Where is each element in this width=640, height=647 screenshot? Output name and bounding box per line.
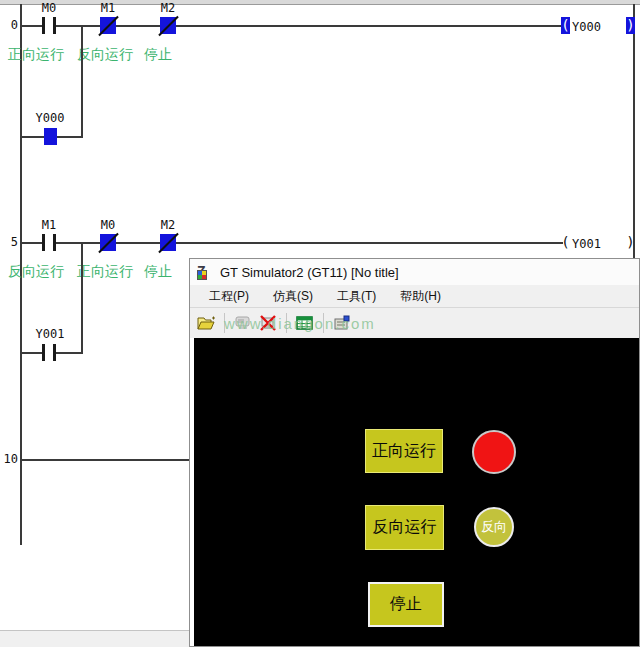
nc-slash: [158, 16, 179, 37]
rung0-coil-label: Y000: [572, 20, 601, 34]
menu-project[interactable]: 工程(P): [200, 286, 258, 307]
window-title: GT Simulator2 (GT11) [No title]: [220, 265, 399, 280]
rung0-contact-y000-active[interactable]: [44, 128, 57, 145]
gt-simulator-window: Z GT Simulator2 (GT11) [No title] 工程(P) …: [189, 258, 640, 647]
toolbar-separator: [286, 313, 287, 333]
rung5-coil-open[interactable]: (: [561, 234, 570, 251]
ladder-bottom-panel: [0, 630, 192, 647]
forward-run-lamp: [472, 430, 516, 474]
device-monitor-icon[interactable]: [295, 313, 315, 333]
rung0-comment2: 反向运行: [77, 46, 133, 64]
rung0-contact-m0-no[interactable]: [42, 17, 56, 34]
rung10-step-number: 10: [0, 452, 18, 466]
forward-run-button[interactable]: 正向运行: [365, 429, 443, 473]
rung0-contact3-label: M2: [146, 1, 190, 15]
menu-help[interactable]: 帮助(H): [391, 286, 450, 307]
gt-simulator-app-icon: Z: [197, 264, 214, 280]
rung0-branch-label: Y000: [28, 111, 72, 125]
stop-button[interactable]: 停止: [368, 582, 444, 627]
toolbar-separator: [224, 313, 225, 333]
rung5-step-number: 5: [0, 235, 18, 249]
menu-bar: 工程(P) 仿真(S) 工具(T) 帮助(H): [190, 285, 639, 308]
nc-slash: [98, 233, 119, 254]
rung5-coil-label: Y001: [572, 237, 601, 251]
reverse-lamp-label: 反向: [481, 518, 507, 536]
rung5-contact-m1-no[interactable]: [42, 234, 56, 251]
menu-tools[interactable]: 工具(T): [328, 286, 385, 307]
rung0-comment1: 正向运行: [8, 46, 64, 64]
simulate-device-icon[interactable]: [233, 313, 253, 333]
rung5-branch-label: Y001: [28, 327, 72, 341]
rung0-step-number: 0: [0, 18, 18, 32]
toolbar: [190, 308, 639, 338]
rung5-contact2-label: M0: [86, 218, 130, 232]
screenshot-root: 0 M0 M1 M2 正向运行 反向运行 停止 Y000 ( Y000 ) 5 …: [0, 0, 640, 647]
rung5-contact-m2-nc-active[interactable]: [160, 234, 176, 251]
rung5-coil-close: ): [626, 234, 635, 251]
reverse-run-lamp: 反向: [474, 507, 514, 547]
app-icon-color-quad: [197, 270, 207, 280]
disconnect-icon[interactable]: [258, 313, 278, 333]
rung5-comment3: 停止: [144, 263, 172, 281]
rung0-contact-m2-nc-active[interactable]: [160, 17, 176, 34]
right-power-rail: [633, 4, 635, 258]
toolbar-separator: [323, 313, 324, 333]
rung5-contact3-label: M2: [146, 218, 190, 232]
rung5-branch-vwire: [81, 242, 83, 354]
rung5-contact1-label: M1: [27, 218, 71, 232]
rung0-contact2-label: M1: [86, 1, 130, 15]
rung0-contact1-label: M0: [27, 1, 71, 15]
rung5-contact-m0-nc-active[interactable]: [100, 234, 116, 251]
menu-simulate[interactable]: 仿真(S): [264, 286, 322, 307]
open-project-icon[interactable]: [196, 313, 216, 333]
reverse-run-button[interactable]: 反向运行: [365, 505, 444, 550]
rung5-comment2: 正向运行: [77, 263, 133, 281]
rung10-wire: [21, 459, 191, 461]
rung0-coil-close: ): [626, 17, 635, 34]
rung5-comment1: 反向运行: [8, 263, 64, 281]
option-cabinet-icon[interactable]: [332, 313, 352, 333]
rung0-branch-vwire: [81, 25, 83, 138]
rung0-comment3: 停止: [144, 46, 172, 64]
nc-slash: [98, 16, 119, 37]
rung0-contact-m1-nc-active[interactable]: [100, 17, 116, 34]
rung0-coil-open[interactable]: (: [561, 17, 570, 34]
hmi-screen: 正向运行 反向运行 反向 停止: [194, 338, 639, 646]
title-bar[interactable]: Z GT Simulator2 (GT11) [No title]: [190, 259, 639, 286]
nc-slash: [158, 233, 179, 254]
rung5-contact-y001-no[interactable]: [42, 344, 56, 361]
